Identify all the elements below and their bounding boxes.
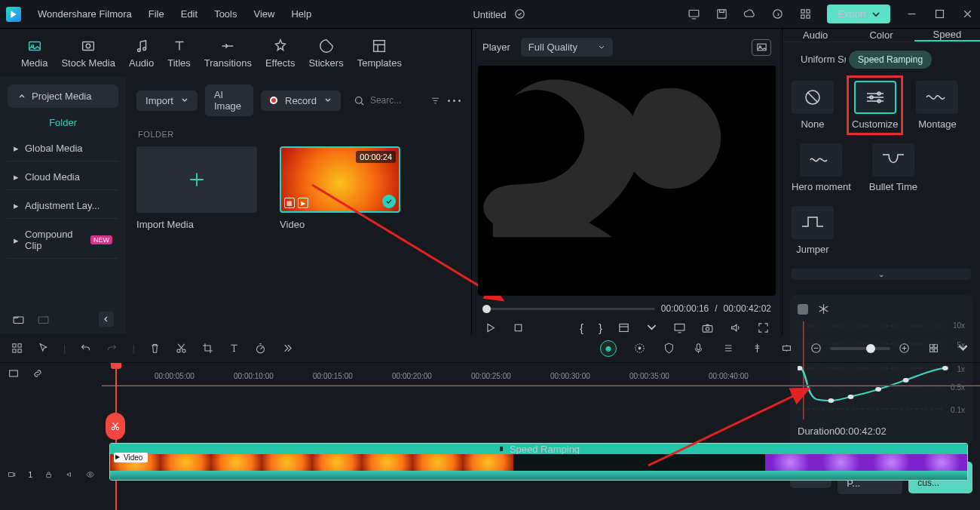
media-search[interactable]	[353, 94, 423, 107]
sidebar-global-media[interactable]: ▸Global Media	[8, 136, 118, 161]
redo-icon[interactable]	[106, 342, 118, 355]
tab-stickers[interactable]: Stickers	[308, 35, 343, 69]
close-icon[interactable]	[961, 8, 974, 20]
monitor-icon[interactable]	[688, 8, 700, 20]
undo-icon[interactable]	[79, 342, 92, 355]
tab-effects[interactable]: Effects	[265, 35, 296, 69]
search-input[interactable]	[370, 95, 423, 106]
menu-file[interactable]: File	[149, 8, 164, 20]
time-ruler[interactable]: 00:00:05:00 00:00:10:00 00:00:15:00 00:0…	[102, 363, 980, 386]
fit-icon[interactable]	[8, 367, 20, 379]
expand-presets[interactable]: ⌄	[792, 269, 971, 280]
layout-icon[interactable]	[617, 321, 630, 334]
menu-tools[interactable]: Tools	[214, 8, 237, 20]
tab-stock[interactable]: Stock Media	[61, 35, 115, 69]
more-tools-icon[interactable]	[280, 342, 293, 355]
seek-bar[interactable]	[482, 308, 655, 310]
camera-icon[interactable]	[701, 321, 714, 334]
svg-rect-53	[783, 346, 791, 351]
ai-assistant-icon[interactable]: ☻	[600, 340, 617, 357]
rtab-color[interactable]: Color	[848, 29, 914, 41]
ai-image-button[interactable]: AI Image	[205, 84, 253, 116]
keyframe-icon[interactable]	[780, 342, 793, 355]
chevron-down-icon[interactable]	[645, 321, 658, 334]
maximize-icon[interactable]	[933, 8, 946, 20]
tab-titles[interactable]: Titles	[167, 35, 191, 69]
playhead[interactable]	[111, 363, 121, 369]
uniform-speed-tab[interactable]: Uniform Speed	[792, 50, 846, 69]
minimize-icon[interactable]	[905, 8, 918, 20]
timeline-clip[interactable]: Speed Ramping	[109, 443, 968, 481]
speed-icon[interactable]	[254, 342, 267, 355]
crop-icon[interactable]	[201, 342, 214, 355]
delete-icon[interactable]	[149, 342, 161, 355]
cloud-icon[interactable]	[743, 8, 756, 20]
shield-icon[interactable]	[663, 342, 675, 355]
menu-help[interactable]: Help	[291, 8, 311, 20]
stop-icon[interactable]	[512, 321, 525, 334]
apps-icon[interactable]	[799, 8, 812, 20]
collapse-sidebar[interactable]	[99, 312, 114, 327]
import-dropdown[interactable]: Import	[136, 91, 198, 111]
track-video-icon[interactable]	[8, 469, 16, 481]
volume-icon[interactable]	[729, 321, 742, 334]
preset-bullet[interactable]: Bullet Time	[869, 143, 917, 192]
project-sidebar: Project Media Folder ▸Global Media ▸Clou…	[0, 77, 126, 334]
svg-rect-6	[801, 15, 804, 18]
freeze-toggle[interactable]	[798, 304, 808, 315]
clip-video-tile[interactable]: 00:00:24 ▦▶ Video	[280, 146, 400, 230]
timeline-tracks[interactable]: 00:00:05:00 00:00:10:00 00:00:15:00 00:0…	[102, 363, 980, 510]
rtab-audio[interactable]: Audio	[782, 29, 848, 41]
cut-icon[interactable]	[175, 342, 188, 355]
mic-icon[interactable]	[692, 342, 705, 355]
menu-view[interactable]: View	[253, 8, 274, 20]
speed-ramping-tab[interactable]: Speed Ramping	[849, 51, 932, 69]
marker-icon[interactable]	[751, 342, 764, 355]
mark-out-icon[interactable]: }	[599, 321, 602, 334]
filter-icon[interactable]	[430, 94, 440, 107]
quality-dropdown[interactable]: Full Quality	[521, 38, 613, 57]
snapshot-button[interactable]	[752, 39, 771, 56]
play-icon[interactable]	[484, 321, 497, 334]
snowflake-icon[interactable]	[817, 303, 830, 315]
mark-in-icon[interactable]: {	[580, 321, 583, 334]
preset-montage[interactable]: Montage	[916, 81, 958, 130]
color-tool-icon[interactable]	[633, 342, 646, 355]
preset-customize[interactable]: Customize	[852, 81, 898, 130]
record-dropdown[interactable]: Record	[261, 91, 341, 111]
lock-icon[interactable]	[44, 469, 53, 481]
sidebar-cloud-media[interactable]: ▸Cloud Media	[8, 164, 118, 190]
tab-audio[interactable]: Audio	[129, 35, 154, 69]
list-icon[interactable]	[721, 342, 734, 355]
sidebar-compound-clip[interactable]: ▸Compound ClipNEW	[8, 222, 118, 259]
tab-templates[interactable]: Templates	[357, 35, 402, 69]
preset-hero[interactable]: Hero moment	[792, 143, 851, 192]
folder-label[interactable]: Folder	[8, 117, 118, 128]
save-icon[interactable]	[715, 8, 728, 20]
menu-edit[interactable]: Edit	[181, 8, 198, 20]
fullscreen-icon[interactable]	[757, 321, 770, 334]
rtab-speed[interactable]: Speed	[914, 29, 980, 41]
tab-transitions[interactable]: Transitions	[204, 35, 252, 69]
sidebar-adjustment-layer[interactable]: ▸Adjustment Lay...	[8, 193, 118, 219]
grid-icon[interactable]	[11, 342, 23, 355]
link-icon[interactable]	[32, 367, 44, 379]
preview-viewport[interactable]	[478, 66, 776, 296]
scissors-playhead-icon[interactable]	[106, 413, 125, 440]
export-button[interactable]: Export	[827, 5, 890, 23]
support-icon[interactable]	[771, 8, 784, 20]
text-icon[interactable]	[228, 342, 240, 355]
preset-jumper[interactable]: Jumper	[792, 206, 834, 255]
new-bin-icon[interactable]	[37, 313, 50, 326]
more-icon[interactable]	[448, 100, 461, 102]
display-icon[interactable]	[673, 321, 686, 334]
mute-icon[interactable]	[66, 469, 74, 481]
visibility-icon[interactable]	[86, 469, 94, 481]
tab-media[interactable]: Media	[21, 35, 47, 69]
svg-rect-52	[697, 344, 700, 350]
preset-none[interactable]: None	[792, 81, 834, 130]
project-media-header[interactable]: Project Media	[8, 84, 118, 108]
import-media-tile[interactable]: Import Media	[136, 146, 257, 230]
new-folder-icon[interactable]	[12, 313, 25, 326]
pointer-icon[interactable]	[37, 342, 50, 355]
